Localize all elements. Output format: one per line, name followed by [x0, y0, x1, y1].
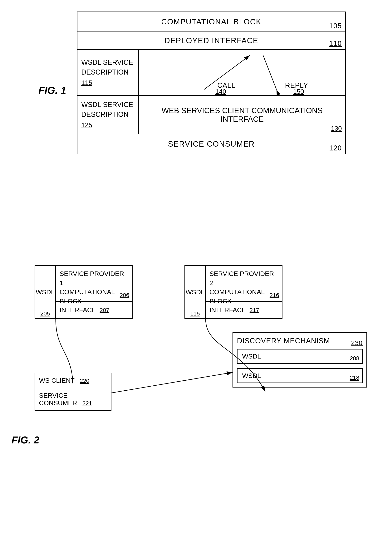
- sp1-wsdl-tag: WSDL 205: [35, 265, 56, 319]
- wsdl-125-box: WSDL SERVICE DESCRIPTION 125: [77, 96, 139, 134]
- wsdl-115-line2: DESCRIPTION: [81, 67, 135, 77]
- sp1-group: WSDL 205 SERVICE PROVIDER 1 COMPUTATIONA…: [35, 265, 133, 319]
- call-reply-area: CALL 140 REPLY 150: [139, 50, 345, 95]
- middle-row: WSDL SERVICE DESCRIPTION 115: [77, 50, 346, 96]
- sp1-interface-ref: 207: [100, 307, 109, 313]
- fig2-label: FIG. 2: [12, 434, 39, 446]
- deployed-interface-block: DEPLOYED INTERFACE 110: [77, 32, 346, 50]
- sp2-group: WSDL 115 SERVICE PROVIDER 2 COMPUTATIONA…: [184, 265, 282, 319]
- sp1-interface-block: INTERFACE 207: [56, 302, 133, 319]
- discovery-wsdl2-box: WSDL 218: [237, 368, 363, 383]
- fig1-label: FIG. 1: [38, 84, 66, 96]
- page: FIG. 1 COMPUTATIONAL BLOCK 105 DEPLOYED …: [0, 0, 392, 537]
- call-ref: 140: [215, 88, 226, 95]
- wsdl-115-ref: 115: [81, 78, 135, 88]
- ws-client-ref: 130: [331, 125, 342, 132]
- call-reply-svg: [139, 50, 345, 95]
- sp2-blocks: SERVICE PROVIDER 2 COMPUTATIONAL BLOCK 2…: [205, 265, 282, 319]
- ws-client-text: WEB SERVICES CLIENT COMMUNICATIONS INTER…: [143, 106, 341, 124]
- sp1-blocks: SERVICE PROVIDER 1 COMPUTATIONAL BLOCK 2…: [56, 265, 133, 319]
- sp2-interface-text: INTERFACE: [210, 306, 246, 314]
- discovery-wsdl1-text: WSDL: [242, 352, 261, 360]
- ws-client-top-text: WS CLIENT: [39, 377, 75, 384]
- deployed-interface-text: DEPLOYED INTERFACE: [164, 36, 258, 45]
- ws-row: WSDL SERVICE DESCRIPTION 125 WEB SERVICE…: [77, 96, 346, 134]
- computational-block: COMPUTATIONAL BLOCK 105: [77, 12, 346, 32]
- wsdl-125-line1: WSDL SERVICE: [81, 100, 135, 110]
- svg-line-3: [263, 56, 276, 90]
- svg-line-5: [112, 372, 233, 393]
- computational-block-ref: 105: [329, 22, 342, 30]
- ws-client-bottom-text: SERVICE CONSUMER: [39, 392, 77, 407]
- service-consumer-block: SERVICE CONSUMER 120: [77, 134, 346, 154]
- wsdl-125-ref: 125: [81, 120, 135, 130]
- service-consumer-text: SERVICE CONSUMER: [168, 140, 255, 148]
- discovery-wsdl2-text: WSDL: [242, 372, 261, 379]
- sp2-interface-block: INTERFACE 217: [205, 302, 282, 319]
- ws-client-bottom-ref: 221: [82, 400, 92, 406]
- sp2-interface-ref: 217: [250, 307, 259, 313]
- sp1-comp-ref: 206: [120, 291, 129, 299]
- computational-block-text: COMPUTATIONAL BLOCK: [161, 18, 261, 26]
- sp2-wsdl-ref: 115: [190, 310, 200, 317]
- service-consumer-ref: 120: [329, 144, 342, 152]
- ws-client-bottom: SERVICE CONSUMER 221: [35, 388, 112, 411]
- sp2-comp-block: SERVICE PROVIDER 2 COMPUTATIONAL BLOCK 2…: [205, 265, 282, 302]
- deployed-interface-ref: 110: [329, 40, 342, 48]
- wsdl-125-line2: DESCRIPTION: [81, 110, 135, 119]
- sp2-wsdl-tag-text: WSDL: [186, 288, 205, 296]
- discovery-wsdl2-ref: 218: [350, 375, 359, 381]
- sp2-comp-ref: 216: [270, 291, 279, 299]
- wsdl-115-line1: WSDL SERVICE: [81, 58, 135, 67]
- discovery-wsdl1-box: WSDL 208: [237, 349, 363, 364]
- ws-client-top: WS CLIENT 220: [35, 373, 112, 388]
- ws-client-top-ref: 220: [80, 378, 89, 384]
- discovery-title: DISCOVERY MECHANISM 230: [237, 337, 363, 345]
- fig1-diagram: COMPUTATIONAL BLOCK 105 DEPLOYED INTERFA…: [77, 12, 346, 154]
- sp1-comp-line1: SERVICE PROVIDER 1: [60, 269, 128, 287]
- ws-client-comm-area: WEB SERVICES CLIENT COMMUNICATIONS INTER…: [139, 96, 345, 134]
- sp1-interface-text: INTERFACE: [60, 306, 96, 314]
- discovery-title-text: DISCOVERY MECHANISM: [237, 337, 330, 345]
- sp1-comp-block: SERVICE PROVIDER 1 COMPUTATIONAL BLOCK 2…: [56, 265, 133, 302]
- ws-client-fig2-box: WS CLIENT 220 SERVICE CONSUMER 221: [35, 373, 112, 411]
- sp2-wsdl-tag: WSDL 115: [184, 265, 205, 319]
- reply-ref: 150: [293, 88, 304, 95]
- sp2-comp-line1: SERVICE PROVIDER 2: [210, 269, 278, 287]
- discovery-box: DISCOVERY MECHANISM 230 WSDL 208 WSDL 21…: [233, 332, 367, 388]
- discovery-wsdl1-ref: 208: [350, 355, 359, 361]
- sp1-wsdl-tag-text: WSDL: [36, 288, 55, 296]
- sp1-wsdl-ref: 205: [40, 310, 50, 317]
- wsdl-115-box: WSDL SERVICE DESCRIPTION 115: [77, 50, 139, 95]
- discovery-ref: 230: [351, 339, 363, 347]
